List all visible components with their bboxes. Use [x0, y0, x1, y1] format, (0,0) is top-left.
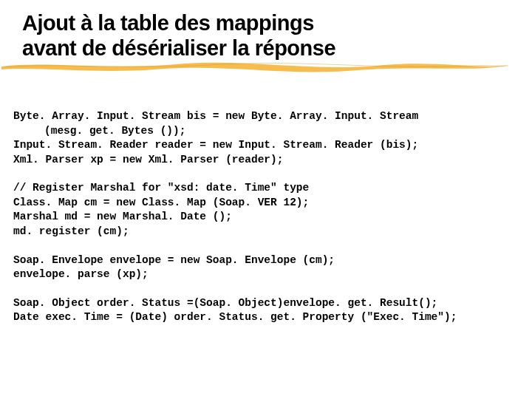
title-line-1: Ajout à la table des mappings [22, 10, 510, 35]
code-paragraph-4: Soap. Object order. Status =(Soap. Objec… [13, 296, 510, 325]
code-paragraph-1: Byte. Array. Input. Stream bis = new Byt… [13, 109, 510, 167]
title-line-2: avant de désérialiser la réponse [22, 35, 510, 61]
code-line: Byte. Array. Input. Stream bis = new Byt… [13, 110, 418, 122]
code-line: Date exec. Time = (Date) order. Status. … [13, 311, 457, 323]
code-line: Soap. Envelope envelope = new Soap. Enve… [13, 254, 335, 266]
code-line: Class. Map cm = new Class. Map (Soap. VE… [13, 197, 309, 208]
code-line: Xml. Parser xp = new Xml. Parser (reader… [13, 154, 283, 166]
code-line: Marshal md = new Marshal. Date (); [13, 211, 232, 222]
code-paragraph-3: Soap. Envelope envelope = new Soap. Enve… [13, 253, 510, 282]
code-line: (mesg. get. Bytes ()); [13, 124, 185, 139]
code-line: envelope. parse (xp); [13, 268, 149, 280]
slide-title: Ajout à la table des mappings avant de d… [22, 10, 510, 61]
code-line: // Register Marshal for "xsd: date. Time… [13, 182, 309, 194]
code-paragraph-2: // Register Marshal for "xsd: date. Time… [13, 181, 510, 239]
code-line: md. register (cm); [13, 225, 129, 237]
code-block: Byte. Array. Input. Stream bis = new Byt… [0, 65, 532, 346]
slide-title-block: Ajout à la table des mappings avant de d… [0, 0, 532, 65]
code-line: Soap. Object order. Status =(Soap. Objec… [13, 297, 437, 309]
code-line: Input. Stream. Reader reader = new Input… [13, 139, 418, 151]
